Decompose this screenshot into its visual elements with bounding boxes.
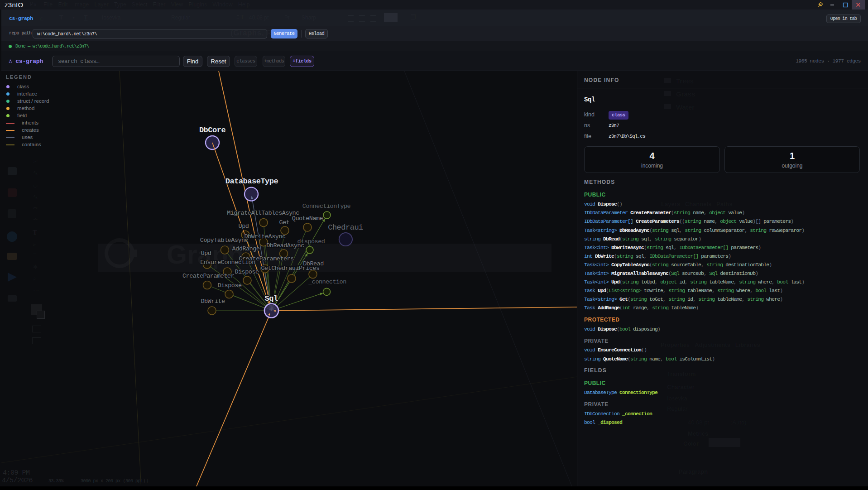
svg-text:MigrateAllTablesAsync: MigrateAllTablesAsync (227, 210, 299, 216)
svg-text:Sql: Sql (264, 294, 278, 303)
svg-text:Chedraui: Chedraui (328, 223, 363, 232)
svg-text:DatabaseType: DatabaseType (225, 177, 278, 186)
svg-text:DbRead: DbRead (303, 260, 324, 267)
svg-text:Upd: Upd (239, 223, 249, 230)
svg-text:DbWriteAsync: DbWriteAsync (244, 233, 286, 240)
svg-text:DbCore: DbCore (199, 126, 226, 135)
svg-text:CreateParameter: CreateParameter (182, 273, 234, 279)
svg-text:Upd: Upd (201, 250, 211, 257)
svg-text:Dispose: Dispose (217, 282, 242, 289)
svg-text:EnsureConnection: EnsureConnection (200, 259, 255, 266)
svg-text:Dispose: Dispose (235, 269, 259, 275)
svg-text:ConnectionType: ConnectionType (302, 203, 351, 210)
svg-text:_connection: _connection (308, 279, 346, 285)
svg-text:QuoteName: QuoteName (292, 215, 323, 222)
svg-text:CopyTableAsync: CopyTableAsync (200, 237, 249, 244)
svg-text:AddRange: AddRange (232, 245, 260, 252)
svg-text:disposed: disposed (297, 238, 325, 245)
svg-text:Get: Get (279, 219, 290, 226)
svg-text:DbWrite: DbWrite (201, 298, 225, 305)
